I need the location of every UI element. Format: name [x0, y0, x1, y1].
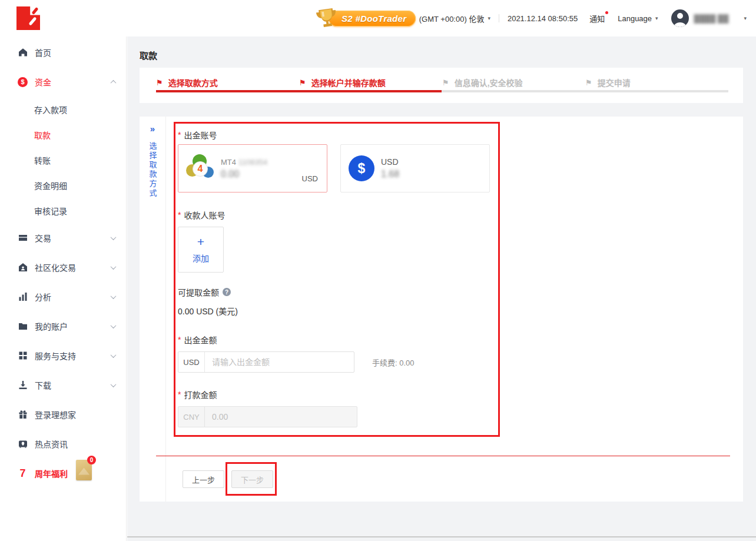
fee-label: 手续费: 0.00: [372, 357, 415, 368]
sidebar-item-label: 转账: [34, 154, 51, 166]
step-label: 信息确认,安全校验: [455, 77, 523, 88]
competition-badge[interactable]: S2 #DooTrader: [316, 7, 416, 29]
withdraw-amount-label: * 出金金额: [178, 334, 217, 346]
sidebar-item-ideal-home[interactable]: 登录理想家: [0, 400, 126, 429]
mt4-account-card[interactable]: 4 MT4 1108354 0.00 USD: [178, 144, 327, 192]
envelope-icon[interactable]: 0: [76, 460, 92, 480]
server-datetime: 2021.12.14 08:50:55: [508, 14, 578, 23]
withdraw-account-label: * 出金账号: [178, 129, 217, 141]
next-step-button[interactable]: 下一步: [231, 470, 273, 488]
seven-numeral: 7: [18, 467, 28, 480]
payee-account-label: * 收款人账号: [178, 209, 225, 221]
required-asterisk: *: [178, 210, 181, 220]
prev-step-button[interactable]: 上一步: [183, 470, 224, 488]
timezone-label: (GMT +00:00) 伦敦: [419, 13, 485, 24]
step-choose-method[interactable]: ⚑ 选择取款方式: [156, 77, 299, 88]
mt4-platform: MT4: [221, 158, 236, 167]
steps-bar: ⚑ 选择取款方式 ⚑ 选择帐户并输存款额 ⚑ 信息确认,安全校验 ⚑ 提交申请: [140, 68, 743, 103]
sidebar-item-label: 取款: [34, 129, 51, 141]
sidebar-item-hot-news[interactable]: 热点资讯: [0, 429, 126, 459]
required-asterisk: *: [178, 390, 181, 399]
sidebar-item-fund-details[interactable]: 资金明细: [0, 172, 126, 198]
add-payee-label: 添加: [193, 252, 209, 264]
chevron-down-icon: [111, 323, 117, 328]
sidebar-item-my-account[interactable]: 我的账户: [0, 311, 126, 341]
language-label: Language: [618, 14, 652, 23]
withdraw-amount-group: USD: [178, 351, 354, 373]
withdraw-panel: » 选择取款方式 * 出金账号 4 MT4 1108354 0.00 US: [140, 117, 743, 502]
page-title: 取款: [140, 49, 157, 61]
sidebar: 首页 资金 存入款项 取款 转账 资金明细 审核记录 交易: [0, 36, 127, 541]
vertical-tab-choose-method[interactable]: 选择取款方式: [147, 142, 158, 198]
analysis-icon: [18, 292, 28, 302]
step-label: 选择取款方式: [168, 77, 218, 88]
sidebar-item-audit-records[interactable]: 审核记录: [0, 198, 126, 223]
step-label: 选择帐户并输存款额: [311, 77, 386, 88]
sidebar-item-transfer[interactable]: 转账: [0, 147, 126, 172]
sidebar-item-label: 存入款项: [34, 104, 67, 115]
chevron-down-icon: [111, 264, 117, 270]
required-asterisk: *: [178, 130, 181, 140]
mt4-balance: 0.00: [221, 169, 267, 180]
flag-icon: ⚑: [299, 79, 306, 87]
sidebar-item-download[interactable]: 下载: [0, 370, 126, 400]
usd-wallet-card[interactable]: USD 1.68: [340, 144, 490, 192]
withdrawable-amount-value: 0.00 USD (美元): [178, 305, 238, 317]
sidebar-item-analysis[interactable]: 分析: [0, 282, 126, 311]
collapse-strip: » 选择取款方式: [140, 117, 166, 502]
step-choose-account-amount[interactable]: ⚑ 选择帐户并输存款额: [299, 77, 442, 88]
step-label: 提交申请: [598, 77, 631, 88]
currency-prefix: CNY: [178, 407, 205, 427]
payout-amount-group: CNY: [178, 406, 357, 427]
currency-prefix: USD: [178, 352, 205, 372]
user-menu-chevron-icon[interactable]: ▾: [744, 15, 747, 21]
flag-icon: ⚑: [585, 79, 592, 87]
notifications-link[interactable]: 通知: [589, 13, 605, 24]
chevron-down-icon: [111, 293, 117, 299]
sidebar-item-label: 我的账户: [35, 320, 68, 332]
withdrawable-amount-label: 可提取金额 ?: [178, 286, 231, 298]
trade-icon: [18, 233, 28, 243]
news-pin-icon: [18, 439, 28, 449]
help-icon[interactable]: ?: [223, 288, 231, 296]
flag-icon: ⚑: [442, 79, 449, 87]
plus-icon: +: [197, 235, 204, 248]
step-progress-track: [442, 90, 729, 92]
field-label: 出金账号: [184, 129, 217, 141]
header-right: (GMT +00:00) 伦敦 ▾ 2021.12.14 08:50:55 通知…: [419, 0, 747, 36]
sidebar-item-deposit[interactable]: 存入款项: [0, 97, 126, 122]
collapse-chevron-icon[interactable]: »: [140, 124, 165, 134]
payout-amount-input: [205, 407, 357, 427]
funds-icon: [18, 77, 28, 87]
mt4-currency: USD: [302, 174, 318, 183]
community-icon: [18, 263, 28, 273]
brand-logo[interactable]: [16, 6, 40, 30]
sidebar-item-anniversary[interactable]: 7 周年福利 0: [0, 459, 126, 488]
chevron-down-icon: [111, 381, 117, 387]
step-confirm-verify: ⚑ 信息确认,安全校验: [442, 77, 585, 88]
sidebar-item-trade[interactable]: 交易: [0, 223, 126, 253]
timezone-selector[interactable]: (GMT +00:00) 伦敦 ▾: [419, 13, 490, 24]
flag-icon: ⚑: [156, 79, 163, 87]
sidebar-item-funds[interactable]: 资金: [0, 67, 126, 97]
download-icon: [18, 380, 28, 390]
sidebar-item-withdraw[interactable]: 取款: [0, 122, 126, 147]
add-payee-button[interactable]: + 添加: [178, 227, 224, 273]
mt4-account-info: MT4 1108354 0.00: [221, 158, 267, 180]
sidebar-item-label: 审核记录: [34, 205, 67, 217]
avatar[interactable]: [671, 9, 689, 27]
mt4-logo-icon: 4: [186, 154, 214, 182]
sidebar-item-home[interactable]: 首页: [0, 38, 126, 67]
chevron-down-icon: ▾: [488, 15, 490, 21]
sidebar-item-label: 登录理想家: [35, 409, 76, 420]
sidebar-item-support[interactable]: 服务与支持: [0, 341, 126, 370]
sidebar-item-community-trading[interactable]: 社区化交易: [0, 253, 126, 282]
gift-icon: [18, 410, 28, 420]
grid-icon: [18, 351, 28, 361]
language-selector[interactable]: Language ▾: [618, 14, 658, 23]
account-cards: 4 MT4 1108354 0.00 USD USD 1.68: [178, 144, 490, 192]
withdraw-amount-input[interactable]: [205, 352, 354, 372]
badge-pill: S2 #DooTrader: [329, 11, 416, 26]
username[interactable]: ████ ██: [694, 14, 729, 23]
sidebar-item-label: 服务与支持: [35, 350, 76, 361]
